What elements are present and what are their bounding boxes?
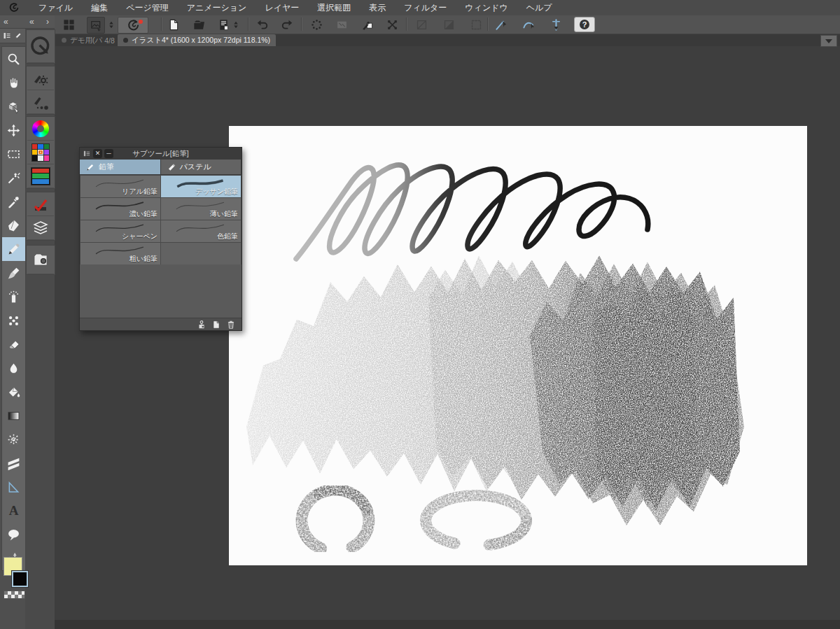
tool-palette-collapse[interactable]: « bbox=[0, 15, 25, 29]
palette-close-button[interactable]: ✕ bbox=[93, 149, 102, 158]
page-spinner[interactable] bbox=[106, 17, 116, 32]
tab-label: デモ用(パ bbox=[70, 36, 102, 45]
color-slider-palette-button[interactable] bbox=[27, 164, 54, 188]
tab-pencil[interactable]: 鉛筆 bbox=[80, 160, 161, 174]
toolbar-separator bbox=[248, 17, 248, 31]
palette-menu-icon[interactable] bbox=[83, 150, 91, 157]
subtool-label: 粗い鉛筆 bbox=[130, 254, 158, 264]
subtool-dark-pencil[interactable]: 濃い鉛筆 bbox=[80, 198, 160, 220]
tool-frame-border[interactable] bbox=[2, 451, 25, 475]
chevron-down-icon bbox=[825, 39, 832, 47]
subtool-palette-footer bbox=[80, 318, 241, 330]
tool-move-layer[interactable] bbox=[2, 118, 25, 142]
tool-blend[interactable] bbox=[2, 356, 25, 380]
snap-to-special-ruler-button[interactable] bbox=[520, 17, 537, 32]
tool-property-palette-button[interactable] bbox=[27, 66, 54, 90]
subtool-light-pencil[interactable]: 薄い鉛筆 bbox=[161, 198, 241, 220]
open-file-button[interactable] bbox=[190, 17, 207, 32]
subtool-dessin-pencil[interactable]: デッサン鉛筆 bbox=[161, 176, 241, 197]
tool-decoration[interactable] bbox=[2, 309, 25, 332]
save-spinner[interactable] bbox=[231, 17, 241, 32]
menu-file[interactable]: ファイル bbox=[29, 0, 82, 15]
tool-brush[interactable] bbox=[2, 261, 25, 285]
snap-to-grid-button[interactable] bbox=[547, 17, 564, 32]
no-thumbnail-button[interactable] bbox=[413, 17, 430, 32]
tab-label: イラスト4* (1600 x 1200px 72dpi 118.1%) bbox=[132, 36, 270, 45]
palette-dock-header[interactable]: « › bbox=[25, 15, 55, 29]
tool-hand[interactable] bbox=[2, 71, 25, 94]
tool-pen[interactable] bbox=[2, 213, 25, 237]
toolbar-separator bbox=[487, 17, 488, 31]
canvas-tab-demo[interactable]: デモ用(パ 4/8 bbox=[56, 34, 120, 46]
menu-window[interactable]: ウィンドウ bbox=[456, 0, 517, 15]
subtool-list: リアル鉛筆 デッサン鉛筆 濃い鉛筆 薄い鉛筆 シャーペン 色鉛筆 bbox=[80, 175, 241, 264]
subtool-palette[interactable]: ✕ ─ サブツール[鉛筆] 鉛筆 パステル リアル鉛筆 デッサン鉛筆 bbox=[79, 147, 242, 331]
menu-view[interactable]: 表示 bbox=[360, 0, 395, 15]
background-color-swatch[interactable] bbox=[12, 571, 28, 587]
brush-size-palette-button[interactable] bbox=[27, 90, 54, 114]
tab-page-badge: 4/8 bbox=[104, 36, 115, 45]
selection-border-button[interactable] bbox=[468, 17, 484, 32]
quick-access-palette-button[interactable] bbox=[27, 30, 54, 63]
menu-selection[interactable]: 選択範囲 bbox=[308, 0, 360, 15]
palette-minimize-button[interactable]: ─ bbox=[104, 149, 113, 158]
tool-eyedropper[interactable] bbox=[2, 190, 25, 213]
register-initial-settings-icon[interactable] bbox=[197, 320, 206, 330]
tool-auto-select[interactable] bbox=[2, 166, 25, 190]
snap-to-ruler-button[interactable] bbox=[493, 17, 510, 32]
tool-effect[interactable] bbox=[2, 427, 25, 451]
canvas-tab-illust4[interactable]: イラスト4* (1600 x 1200px 72dpi 118.1%) bbox=[118, 34, 276, 46]
halftone-button[interactable] bbox=[440, 17, 457, 32]
toolbar-separator bbox=[406, 17, 407, 31]
delete-subtool-icon[interactable] bbox=[226, 320, 236, 330]
invert-selection-button[interactable] bbox=[333, 17, 350, 32]
layer-palette-button[interactable] bbox=[27, 216, 54, 240]
redo-button[interactable] bbox=[279, 17, 295, 32]
undo-button[interactable] bbox=[253, 17, 270, 32]
tool-airbrush[interactable] bbox=[2, 285, 25, 309]
palette-dock: « › bbox=[25, 15, 55, 629]
new-file-button[interactable] bbox=[165, 17, 182, 32]
help-button[interactable]: ? bbox=[574, 17, 595, 32]
tool-pencil[interactable] bbox=[2, 237, 25, 261]
tool-palette-header[interactable] bbox=[0, 29, 25, 43]
document-canvas[interactable] bbox=[229, 126, 807, 565]
deselect-button[interactable] bbox=[308, 17, 325, 32]
menu-page-management[interactable]: ページ管理 bbox=[117, 0, 178, 15]
subtool-list-empty-area bbox=[80, 264, 241, 318]
clip-studio-button[interactable] bbox=[118, 17, 148, 34]
tab-list-dropdown[interactable] bbox=[820, 35, 837, 47]
tool-gradient[interactable] bbox=[2, 404, 25, 427]
subtool-mechanical-pencil[interactable]: シャーペン bbox=[80, 220, 160, 242]
menu-edit[interactable]: 編集 bbox=[82, 0, 117, 15]
subtool-real-pencil[interactable]: リアル鉛筆 bbox=[80, 176, 160, 197]
save-button[interactable] bbox=[215, 17, 232, 32]
material-palette-button[interactable] bbox=[27, 246, 54, 274]
menu-layer[interactable]: レイヤー bbox=[255, 0, 308, 15]
create-subtool-icon[interactable] bbox=[211, 320, 221, 330]
tab-status-dot bbox=[62, 38, 66, 43]
workspace-grid-button[interactable] bbox=[60, 17, 77, 32]
approval-palette-button[interactable] bbox=[27, 192, 54, 216]
tool-zoom[interactable] bbox=[2, 47, 25, 71]
export-image-button[interactable] bbox=[87, 17, 105, 34]
menu-animation[interactable]: アニメーション bbox=[178, 0, 256, 15]
subtool-rough-pencil[interactable]: 粗い鉛筆 bbox=[80, 243, 160, 264]
subtool-palette-titlebar[interactable]: ✕ ─ サブツール[鉛筆] bbox=[80, 148, 241, 160]
tool-balloon[interactable] bbox=[2, 523, 25, 546]
tab-pastel[interactable]: パステル bbox=[161, 160, 242, 174]
color-set-palette-button[interactable] bbox=[27, 141, 54, 164]
transform-button[interactable] bbox=[384, 17, 400, 32]
subtool-colored-pencil[interactable]: 色鉛筆 bbox=[161, 220, 241, 242]
color-wheel-palette-button[interactable] bbox=[27, 117, 54, 141]
tool-selection[interactable] bbox=[2, 142, 25, 166]
tool-operation[interactable] bbox=[2, 94, 25, 118]
clear-outside-selection-button[interactable] bbox=[358, 17, 375, 32]
menu-help[interactable]: ヘルプ bbox=[517, 0, 561, 15]
tool-eraser[interactable] bbox=[2, 332, 25, 356]
tool-fill[interactable] bbox=[2, 380, 25, 404]
tool-text[interactable]: A bbox=[2, 499, 25, 523]
transparent-color-swatch[interactable] bbox=[4, 591, 25, 599]
tool-ruler[interactable] bbox=[2, 475, 25, 499]
menu-filter[interactable]: フィルター bbox=[395, 0, 456, 15]
